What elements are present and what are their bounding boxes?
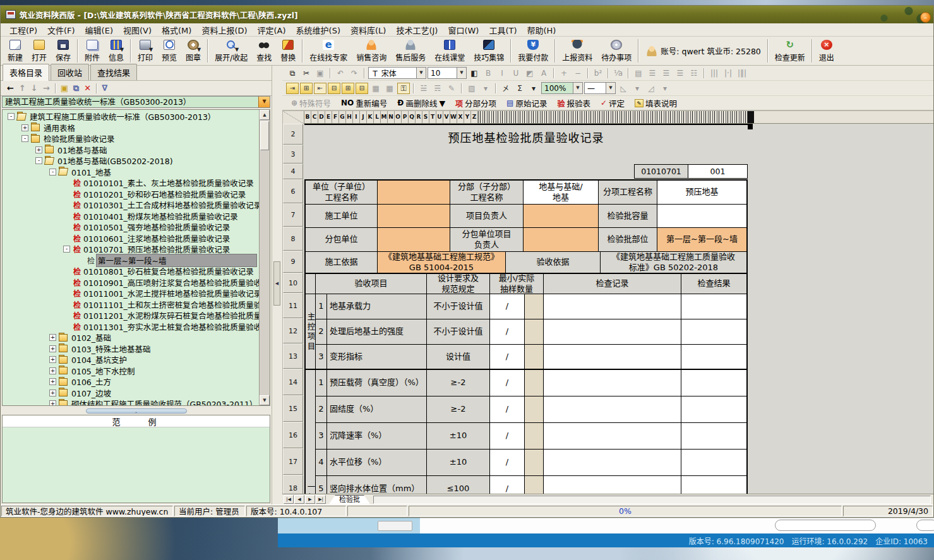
col-width-icon[interactable]: ☴	[431, 83, 444, 94]
first-sheet-button[interactable]: |◀	[284, 495, 294, 504]
diagonal-arrow-icon[interactable]: ▾	[631, 83, 644, 94]
expand-icon[interactable]: +	[49, 400, 56, 406]
item-number-cell[interactable]: 4	[316, 450, 327, 476]
replace-button[interactable]: 替换	[276, 37, 300, 65]
row-header-2[interactable]: 2	[283, 124, 303, 145]
info-cell[interactable]: 验收依据	[506, 252, 601, 273]
tree-item[interactable]: +砌体结构工程施工质量验收规范（GB50203-2011）	[3, 398, 270, 406]
fill-pattern-arrow-icon[interactable]: ▾	[479, 83, 492, 94]
sheet-corner-cell[interactable]	[283, 111, 304, 124]
item-number-cell[interactable]: 3	[316, 345, 327, 370]
check-result-cell[interactable]	[681, 450, 746, 476]
back-arrow-icon[interactable]: ←	[7, 83, 14, 93]
fill-instructions-button[interactable]: ✎填表说明	[631, 96, 681, 110]
print-button[interactable]: ▼打印	[133, 37, 157, 65]
save-button[interactable]: 保存	[51, 37, 75, 65]
upload-data-button[interactable]: 上报资料	[558, 37, 597, 65]
row-header-6[interactable]: 6	[283, 179, 303, 203]
subsection-button[interactable]: 项分部分项	[452, 96, 500, 110]
column-header-T[interactable]: T	[429, 111, 436, 123]
column-header-R[interactable]: R	[416, 111, 422, 123]
eraser-icon[interactable]: ✎	[445, 83, 458, 94]
info-cell[interactable]: 《建筑地基基础工程施工规范》 GB 51004-2015	[378, 252, 506, 273]
stamp-button[interactable]: ▼图章	[181, 37, 205, 65]
inspection-form-button[interactable]: 验报验表	[553, 96, 594, 110]
decrease-size-icon[interactable]: −	[572, 68, 584, 79]
up-arrow-icon[interactable]: ↑	[19, 83, 26, 93]
highlight-icon[interactable]: ◩	[524, 68, 536, 79]
column-header-M[interactable]: M	[381, 111, 388, 123]
tree-item[interactable]: -检验批质量验收记录	[3, 133, 270, 145]
tree-item[interactable]: 检01011301_夯实水泥土桩复合地基检验批质量验收记录	[3, 321, 270, 333]
vertical-center-icon[interactable]: |·|	[722, 68, 734, 79]
new-node-icon[interactable]: ▣	[61, 83, 68, 93]
input-cell[interactable]	[524, 205, 599, 228]
tree-item[interactable]: +0103_特殊土地基基础	[3, 343, 270, 355]
sample-quantity-cell[interactable]: /	[490, 476, 525, 494]
column-header-N[interactable]: N	[388, 111, 395, 123]
item-name-cell[interactable]: 水平位移（%）	[327, 450, 427, 476]
info-cell[interactable]: 分包单位	[306, 228, 378, 252]
minimize-button[interactable]: –	[920, 12, 931, 23]
forward-arrow-icon[interactable]: →	[43, 83, 50, 93]
cut-icon[interactable]: ✂	[300, 68, 313, 79]
column-header-H[interactable]: H	[346, 111, 353, 123]
combo-arrow-icon[interactable]: ▼	[457, 68, 466, 78]
column-header-Q[interactable]: Q	[409, 111, 416, 123]
dropdown-arrow-icon[interactable]: ▼	[120, 47, 124, 52]
zoom-select[interactable]: 100%▼	[541, 82, 583, 94]
tree-item[interactable]: 检01010101_素土、灰土地基检验批质量验收记录	[3, 177, 270, 189]
expand-icon[interactable]: +	[49, 356, 56, 363]
requirement-cell[interactable]: ±10	[427, 423, 490, 450]
expand-icon[interactable]: +	[49, 390, 56, 396]
align-right-icon[interactable]: ☰	[674, 68, 686, 79]
tree-item[interactable]: +0104_基坑支护	[3, 354, 270, 366]
item-number-cell[interactable]: 2	[316, 396, 327, 423]
special-symbols-button[interactable]: ⊕特殊符号	[287, 96, 335, 110]
vertical-right-icon[interactable]: |‖|	[736, 68, 748, 79]
column-header-D[interactable]: D	[318, 111, 325, 123]
copy-node-icon[interactable]: ⧉	[73, 83, 79, 93]
increase-size-icon[interactable]: +	[558, 68, 570, 79]
item-name-cell[interactable]: 地基承载力	[327, 294, 427, 319]
insert-row-below-icon[interactable]: ⊞	[300, 83, 313, 94]
column-header-O[interactable]: O	[395, 111, 402, 123]
original-record-button[interactable]: ▤原始记录	[503, 96, 551, 110]
header-spacer-cell[interactable]	[306, 274, 316, 294]
column-header-W[interactable]: W	[450, 111, 457, 123]
prev-sheet-button[interactable]: ◀	[294, 495, 304, 504]
info-cell[interactable]: 施工依据	[306, 252, 378, 273]
document-serial-cell[interactable]: 001	[688, 164, 748, 179]
row-header-17[interactable]: 17	[283, 448, 303, 475]
panel-splitter[interactable]: ⌄	[1, 407, 272, 415]
info-cell[interactable]: 分项工程名称	[599, 181, 657, 205]
info-cell[interactable]: 检验批容量	[599, 205, 657, 228]
menu-item-5[interactable]: 格式(M)	[157, 23, 196, 37]
sample-quantity-cell[interactable]: /	[490, 370, 525, 396]
sales-consult-button[interactable]: 销售咨询	[352, 37, 391, 65]
font-select[interactable]: Ｔ 宋体▼	[368, 67, 426, 79]
sample-strip-cell[interactable]	[525, 294, 544, 319]
splitter-handle-icon[interactable]: ⌄	[86, 408, 187, 414]
tree-item[interactable]: 检01010901_高压喷射注浆复合地基检验批质量验收记录	[3, 277, 270, 289]
info-cell[interactable]: 检验批部位	[599, 228, 657, 252]
todo-button[interactable]: 待办事项	[597, 37, 636, 65]
input-cell[interactable]	[378, 228, 450, 252]
item-name-cell[interactable]: 竖向排水体位置（mm）	[327, 476, 427, 494]
scroll-down-icon[interactable]: ▼	[260, 395, 270, 405]
check-record-cell[interactable]	[544, 345, 681, 370]
requirement-cell[interactable]: ≥-2	[427, 396, 490, 423]
attachment-button[interactable]: 附件	[80, 37, 104, 65]
menu-item-7[interactable]: 评定(A)	[253, 23, 291, 37]
dropdown-arrow-icon[interactable]: ▼	[235, 47, 239, 52]
menu-item-3[interactable]: 编辑(E)	[80, 23, 118, 37]
sample-quantity-cell[interactable]: /	[490, 423, 525, 450]
info-cell[interactable]: 分包单位项目 负责人	[450, 228, 524, 252]
header-cell[interactable]: 验收项目	[316, 274, 427, 294]
sample-strip-cell[interactable]	[525, 476, 544, 494]
collapse-icon[interactable]: -	[21, 135, 28, 142]
tree-item[interactable]: +01地基与基础	[3, 145, 270, 156]
sheet-tab[interactable]: 检验批	[329, 495, 370, 504]
narrow-columns-header[interactable]	[478, 111, 748, 123]
sample-strip-cell[interactable]	[525, 423, 544, 450]
